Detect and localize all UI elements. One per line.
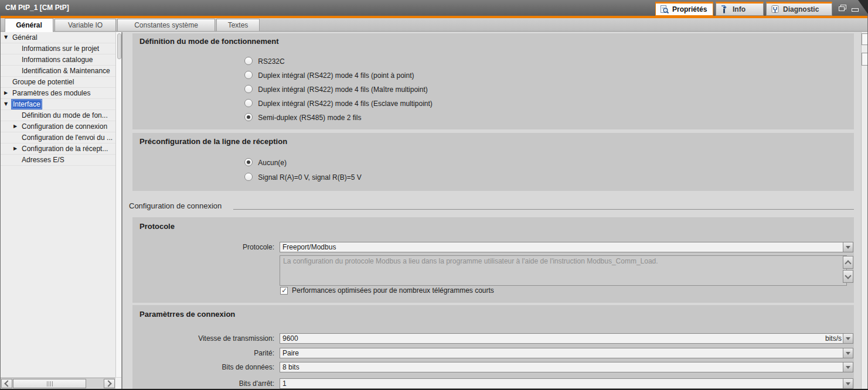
- tab-proprietes[interactable]: Propriétés: [655, 2, 713, 16]
- radio-icon[interactable]: [244, 173, 253, 181]
- protocole-note-text: La configuration du protocole Modbus a l…: [280, 255, 847, 286]
- parite-select[interactable]: Paire: [280, 348, 846, 358]
- parite-label: Parité:: [141, 348, 274, 358]
- group-header-rule: [233, 209, 854, 210]
- protocole-dropdown-button[interactable]: [843, 242, 853, 252]
- sidebar-item-identification-maintenance[interactable]: Identification & Maintenance: [1, 66, 115, 77]
- section-title: Définition du mode de fonctionnement: [139, 37, 279, 46]
- section-protocole: Protocole Protocole: Freeport/Modbus La …: [132, 217, 854, 303]
- chevron-down-icon[interactable]: ▼: [4, 99, 8, 110]
- tab-info[interactable]: Info: [716, 2, 764, 16]
- sidebar-vertical-scrollbar[interactable]: [115, 32, 121, 377]
- bits-arret-select[interactable]: 1: [280, 378, 846, 389]
- tab-diagnostic-label: Diagnostic: [783, 5, 819, 13]
- performances-checkbox-label: Performances optimisées pour de nombreux…: [292, 286, 494, 295]
- sidebar-item-configuration-reception[interactable]: ▶ Configuration de la récept...: [1, 143, 115, 155]
- radio-icon[interactable]: [244, 71, 253, 79]
- radio-rs232c[interactable]: RS232C: [244, 57, 285, 66]
- vitesse-transmission-select[interactable]: 9600 bits/s: [280, 333, 846, 344]
- chevron-down-icon[interactable]: ▼: [4, 32, 8, 43]
- performances-checkbox[interactable]: [280, 287, 288, 295]
- tab-variable-io-label: Variable IO: [68, 21, 103, 29]
- protocole-field-label: Protocole:: [141, 242, 274, 252]
- scrollbar-thumb[interactable]: [13, 379, 86, 388]
- tab-general-label: Général: [16, 21, 42, 29]
- section-title: Paramètrres de connexion: [139, 310, 235, 319]
- scroll-right-button[interactable]: [104, 379, 115, 388]
- chevron-down-icon: [846, 366, 850, 369]
- tab-info-label: Info: [733, 5, 746, 13]
- sidebar-item-informations-projet[interactable]: Informations sur le projet: [1, 43, 115, 54]
- window-title: CM PtP_1 [CM PtP]: [5, 0, 69, 16]
- section-title: Protocole: [139, 222, 175, 231]
- tab-diagnostic[interactable]: Diagnostic: [766, 2, 832, 16]
- restore-icon: [839, 5, 846, 12]
- properties-inspector-window: CM PtP_1 [CM PtP] Propriétés Info: [0, 0, 868, 390]
- radio-duplex-esclave-multipoint[interactable]: Duplex intégral (RS422) mode 4 fils (Esc…: [244, 99, 433, 108]
- group-header-configuration-connexion: Configuration de connexion: [129, 201, 222, 210]
- bits-donnees-select[interactable]: 8 bits: [280, 362, 846, 372]
- scroll-left-button[interactable]: [1, 379, 12, 388]
- vitesse-transmission-label: Vitesse de transmission:: [141, 333, 274, 344]
- protocole-select[interactable]: Freeport/Modbus: [280, 242, 846, 252]
- info-icon: [720, 5, 730, 14]
- radio-duplex-maitre-multipoint[interactable]: Duplex intégral (RS422) mode 4 fils (Maî…: [244, 85, 428, 94]
- tab-textes[interactable]: Textes: [216, 19, 260, 32]
- tab-proprietes-label: Propriétés: [672, 5, 707, 13]
- section-title: Préconfiguration de la ligne de réceptio…: [139, 137, 287, 146]
- tab-variable-io[interactable]: Variable IO: [55, 19, 116, 32]
- bits-arret-dropdown-button[interactable]: [843, 378, 853, 389]
- properties-icon: [660, 5, 669, 14]
- chevron-right-icon[interactable]: ▶: [13, 143, 17, 154]
- scrollbar-corner: [115, 378, 121, 389]
- tab-constantes-systeme[interactable]: Constantes système: [117, 19, 215, 32]
- tab-general[interactable]: Général: [5, 18, 53, 32]
- diagnostic-icon: [771, 5, 780, 14]
- radio-semi-duplex-rs485[interactable]: Semi-duplex (RS485) mode 2 fils: [244, 113, 361, 122]
- sidebar-tree: ▼ Général Informations sur le projet Inf…: [1, 32, 115, 377]
- sidebar-item-parametres-modules[interactable]: ▶ Paramètres des modules: [1, 88, 115, 99]
- parite-dropdown-button[interactable]: [843, 348, 853, 358]
- note-scroll-up-button[interactable]: [843, 256, 853, 269]
- bits-donnees-label: Bits de données:: [141, 362, 274, 372]
- sidebar-item-groupe-potentiel[interactable]: Groupe de potentiel: [1, 77, 115, 88]
- window-border: [0, 16, 1, 390]
- float-window-button[interactable]: [838, 4, 847, 12]
- radio-selected-icon[interactable]: [244, 158, 253, 166]
- chevron-down-icon: [846, 382, 850, 385]
- note-scroll-down-button[interactable]: [843, 270, 853, 283]
- sidebar-item-configuration-connexion[interactable]: ▶ Configuration de connexion: [1, 121, 115, 132]
- radio-signal-ra-rb[interactable]: Signal R(A)=0 V, signal R(B)=5 V: [244, 173, 362, 182]
- sidebar-item-informations-catalogue[interactable]: Informations catalogue: [1, 54, 115, 66]
- collapse-pane-corner-icon[interactable]: [858, 0, 868, 14]
- scrollbar-thumb[interactable]: [117, 33, 121, 59]
- grip-icon: [47, 381, 53, 386]
- section-preconfiguration-reception: Préconfiguration de la ligne de réceptio…: [132, 133, 854, 191]
- sidebar-item-configuration-envoi[interactable]: Configuration de l'envoi du ...: [1, 132, 115, 143]
- chevron-down-icon: [846, 352, 850, 355]
- radio-icon[interactable]: [244, 85, 253, 93]
- unit-label: bits/s: [825, 334, 842, 343]
- radio-icon[interactable]: [244, 99, 253, 107]
- chevron-down-icon: [846, 246, 850, 249]
- section-parametres-connexion: Paramètrres de connexion Vitesse de tran…: [132, 305, 854, 389]
- sidebar-horizontal-scrollbar[interactable]: [1, 378, 115, 389]
- radio-aucun[interactable]: Aucun(e): [244, 158, 287, 167]
- radio-duplex-point-a-point[interactable]: Duplex intégral (RS422) mode 4 fils (poi…: [244, 71, 414, 80]
- tab-textes-label: Textes: [228, 21, 249, 29]
- chevron-right-icon[interactable]: ▶: [4, 88, 8, 98]
- chevron-down-icon: [846, 337, 850, 340]
- sidebar-item-definition-mode[interactable]: Définition du mode de fon...: [1, 110, 115, 121]
- radio-selected-icon[interactable]: [244, 113, 253, 121]
- radio-icon[interactable]: [244, 57, 253, 65]
- sidebar-item-adresses-es[interactable]: Adresses E/S: [1, 155, 115, 166]
- sidebar-item-general[interactable]: ▼ Général: [1, 32, 115, 43]
- bits-donnees-dropdown-button[interactable]: [843, 362, 853, 372]
- vitesse-transmission-dropdown-button[interactable]: [843, 333, 853, 344]
- tab-constantes-systeme-label: Constantes système: [134, 21, 198, 29]
- section-mode-fonctionnement: Définition du mode de fonctionnement RS2…: [132, 33, 854, 129]
- sidebar-item-interface[interactable]: ▼ Interface: [1, 99, 115, 110]
- bits-arret-label: Bits d'arrêt:: [141, 378, 274, 389]
- chevron-right-icon[interactable]: ▶: [13, 121, 17, 132]
